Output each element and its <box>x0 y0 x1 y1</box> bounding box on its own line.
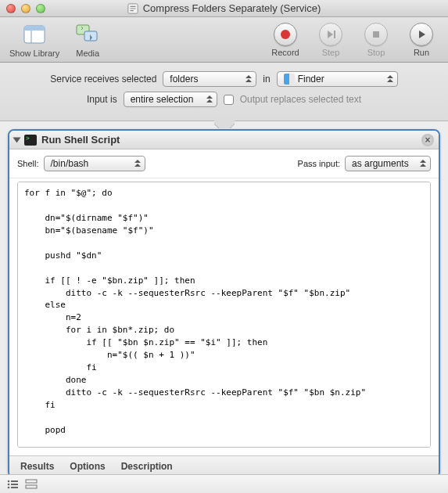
svg-rect-2 <box>24 26 45 31</box>
list-view-icon[interactable] <box>6 479 19 490</box>
flow-view-icon[interactable] <box>25 479 38 490</box>
tab-options[interactable]: Options <box>70 461 105 472</box>
svg-rect-12 <box>11 484 18 485</box>
output-replaces-checkbox[interactable] <box>224 95 234 105</box>
terminal-icon <box>24 135 37 146</box>
action-card: Run Shell Script × Shell: /bin/bash Pass… <box>8 129 440 478</box>
library-icon <box>22 22 47 47</box>
shell-select[interactable]: /bin/bash <box>44 156 145 171</box>
step-label: Step <box>322 48 340 57</box>
action-footer: Results Options Description <box>9 455 439 477</box>
input-is-select[interactable]: entire selection <box>124 92 217 107</box>
close-window-button[interactable] <box>6 4 16 13</box>
app-select[interactable]: Finder <box>277 71 398 87</box>
svg-rect-16 <box>26 485 37 488</box>
window-title-text: Compress Folders Separately (Service) <box>143 2 321 14</box>
stop-icon <box>371 29 382 40</box>
input-is-label: Input is <box>87 94 117 105</box>
traffic-lights <box>6 4 45 13</box>
record-label: Record <box>271 48 299 57</box>
run-button[interactable]: Run <box>404 23 439 57</box>
remove-action-button[interactable]: × <box>421 134 434 146</box>
disclosure-triangle-icon[interactable] <box>13 137 21 142</box>
svg-rect-10 <box>11 480 18 482</box>
shell-label: Shell: <box>17 159 39 168</box>
receives-label: Service receives selected <box>50 74 156 85</box>
media-button[interactable]: Media <box>70 22 105 58</box>
zoom-window-button[interactable] <box>36 4 45 13</box>
step-icon <box>325 29 336 40</box>
minimize-window-button[interactable] <box>21 4 30 13</box>
titlebar: Compress Folders Separately (Service) <box>0 0 448 17</box>
record-button[interactable]: Record <box>268 23 303 57</box>
show-library-label: Show Library <box>9 49 59 58</box>
toolbar: Show Library Media Record Step Stop Run <box>0 17 448 63</box>
pass-input-label: Pass input: <box>298 159 340 168</box>
window-title: Compress Folders Separately (Service) <box>0 2 448 14</box>
svg-point-13 <box>8 486 10 488</box>
run-icon <box>416 29 427 40</box>
step-button[interactable]: Step <box>314 23 348 57</box>
tab-results[interactable]: Results <box>20 461 54 472</box>
script-textarea[interactable]: for f in "$@"; do dn="$(dirname "$f")" b… <box>17 182 431 448</box>
svg-point-11 <box>8 483 10 485</box>
run-label: Run <box>414 48 429 57</box>
output-replaces-label: Output replaces selected text <box>240 94 361 105</box>
record-icon <box>280 29 291 40</box>
media-label: Media <box>76 49 99 58</box>
workflow-icon <box>127 3 138 14</box>
status-bar <box>0 474 448 493</box>
svg-point-9 <box>8 480 10 482</box>
receives-select[interactable]: folders <box>163 71 256 87</box>
stop-button[interactable]: Stop <box>359 23 393 57</box>
finder-icon <box>284 74 295 85</box>
in-label: in <box>263 74 270 85</box>
svg-rect-7 <box>334 31 335 38</box>
service-config: Service receives selected folders in Fin… <box>0 63 448 121</box>
action-header[interactable]: Run Shell Script × <box>9 131 439 149</box>
pass-input-select[interactable]: as arguments <box>345 156 431 171</box>
stop-label: Stop <box>367 48 385 57</box>
svg-rect-8 <box>373 31 379 38</box>
svg-rect-15 <box>26 480 37 483</box>
svg-point-6 <box>281 30 290 39</box>
media-icon <box>75 22 100 47</box>
action-title: Run Shell Script <box>41 134 417 146</box>
show-library-button[interactable]: Show Library <box>9 22 59 58</box>
svg-rect-14 <box>11 487 18 488</box>
config-notch <box>214 118 235 128</box>
tab-description[interactable]: Description <box>121 461 173 472</box>
